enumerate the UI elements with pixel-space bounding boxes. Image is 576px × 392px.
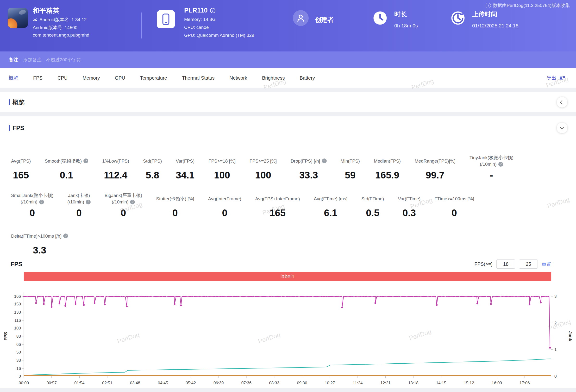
fps-metrics-row-2: SmallJank(微小卡顿)(/10min)?0Jank(卡顿)(/10min… [0,192,576,218]
fps-threshold-input-2[interactable] [519,260,538,269]
fps-threshold-input-1[interactable] [496,260,515,269]
tab-brightness[interactable]: Brightness [262,75,285,81]
svg-text:14:15: 14:15 [436,381,446,385]
svg-text:11:24: 11:24 [353,381,363,385]
creator-block: 创建者 [293,10,334,26]
app-package: com.tencent.tmgp.pubgmhd [33,32,89,38]
collect-info: i 数据由PerfDog(11.3.250764)版本收集 [486,2,570,9]
metric-item: Median(FPS)165.9 [374,154,401,181]
svg-text:05:42: 05:42 [186,381,196,385]
svg-text:2: 2 [554,321,556,325]
help-icon[interactable]: ? [84,158,88,163]
help-icon[interactable]: ? [86,200,91,204]
remark-input[interactable] [23,57,567,62]
svg-text:00:00: 00:00 [19,381,29,385]
help-icon[interactable]: ? [498,162,503,167]
help-icon[interactable]: ? [322,158,327,163]
section-accent-bar [9,125,10,131]
svg-text:04:45: 04:45 [158,381,168,385]
svg-text:01:54: 01:54 [74,381,85,385]
fps-metrics-row-1: Avg(FPS)165Smooth(稳帧指数)?0.11%Low(FPS)112… [0,154,576,181]
help-icon[interactable]: ? [39,200,44,204]
collect-info-text: 数据由PerfDog(11.3.250764)版本收集 [493,2,570,9]
tab-list: 概览FPSCPUMemoryGPUTemperatureThermal Stat… [9,75,315,81]
report-header: i 数据由PerfDog(11.3.250764)版本收集 和平精英 Andro… [0,0,576,52]
fps-line-chart[interactable]: 16615013311610083665033160321000:0000:57… [0,282,576,388]
metric-item: Smooth(稳帧指数)?0.1 [45,154,88,181]
metric-item: Var(FTime)0.3 [398,192,420,218]
svg-text:66: 66 [16,342,21,347]
fps-threshold-controls: FPS(>=) 重置 [474,260,551,269]
svg-text:116: 116 [14,318,21,323]
svg-text:15:12: 15:12 [464,381,474,385]
metric-value: 0 [121,208,126,218]
svg-text:02:51: 02:51 [102,381,113,385]
svg-text:1: 1 [554,347,556,352]
metric-item: Avg(FTime) [ms]6.1 [314,192,347,218]
tab-battery[interactable]: Battery [300,75,315,81]
device-memory: Memory: 14.8G [184,17,254,22]
metric-value: - [490,170,493,181]
chart-label1-banner: label1 [24,272,551,281]
svg-text:07:36: 07:36 [241,381,252,385]
device-info-icon[interactable]: i [210,8,215,13]
duration-block: 时长 0h 18m 0s [372,10,418,29]
metric-item: Stutter(卡顿率) [%]0 [156,192,194,218]
svg-text:09:30: 09:30 [297,381,307,385]
app-title: 和平精英 [33,6,89,15]
metric-item: Delta(FTime)>100ms [/h]?3.3 [11,229,68,256]
tab-network[interactable]: Network [230,75,247,81]
tab-cpu[interactable]: CPU [58,75,68,81]
fps-threshold-label: FPS(>=) [474,261,492,267]
metric-item: TinyJank(极微小卡顿)(/10min)?- [469,154,514,181]
export-icon [559,74,566,82]
export-button[interactable]: 导出 [547,68,566,88]
metric-item: MedRange(FPS)[%]99.7 [415,154,456,181]
metric-value: 5.8 [146,170,159,181]
svg-text:12:21: 12:21 [380,381,391,385]
svg-text:16: 16 [16,366,21,371]
perfdog-report-page: { "watermark_text": "PerfDog", "header":… [0,0,576,392]
app-info: 和平精英 Android版本名: 1.34.12 Android版本号: 145… [33,6,89,38]
remark-bar: 备注: [0,52,576,68]
duration-label: 时长 [394,10,418,19]
svg-text:10:27: 10:27 [325,381,335,385]
metric-value: 0 [222,208,227,218]
metric-value: 165 [13,170,29,181]
fps-chart-header: FPS FPS(>=) 重置 [0,260,576,269]
upload-time-label: 上传时间 [472,10,518,19]
tab-gpu[interactable]: GPU [115,75,125,81]
svg-text:Jank: Jank [568,331,573,341]
tab-fps[interactable]: FPS [33,75,43,81]
tab-thermal-status[interactable]: Thermal Status [182,75,215,81]
svg-text:0: 0 [554,374,556,379]
metric-item: Drop(FPS) [/h]?33.3 [291,154,326,181]
svg-text:150: 150 [14,302,21,306]
svg-text:03:48: 03:48 [130,381,140,385]
fps-collapse-button[interactable] [557,123,567,133]
clock-icon [372,10,388,26]
metric-value: 0 [452,208,457,218]
tab-概览[interactable]: 概览 [9,75,18,81]
help-icon[interactable]: ? [63,234,68,238]
reset-link[interactable]: 重置 [542,261,551,268]
info-icon: i [486,3,491,8]
person-icon [293,10,309,26]
metric-value: 0 [29,208,35,218]
history-clock-icon [450,10,466,26]
svg-text:17:06: 17:06 [519,381,530,385]
tab-temperature[interactable]: Temperature [140,75,167,81]
metric-item: Avg(FPS)165 [11,154,31,181]
overview-collapse-button[interactable] [557,97,567,108]
fps-chart-title: FPS [11,261,22,268]
svg-text:06:39: 06:39 [213,381,224,385]
svg-text:13:18: 13:18 [408,381,419,385]
help-icon[interactable]: ? [130,200,135,204]
tab-memory[interactable]: Memory [83,75,100,81]
chevron-down-icon [560,125,564,129]
overview-section-title: 概览 [9,98,25,106]
svg-text:50: 50 [16,350,21,355]
android-icon [33,18,37,21]
metric-value: 112.4 [104,170,127,181]
metric-item: FPS>=25 [%]100 [250,154,277,181]
